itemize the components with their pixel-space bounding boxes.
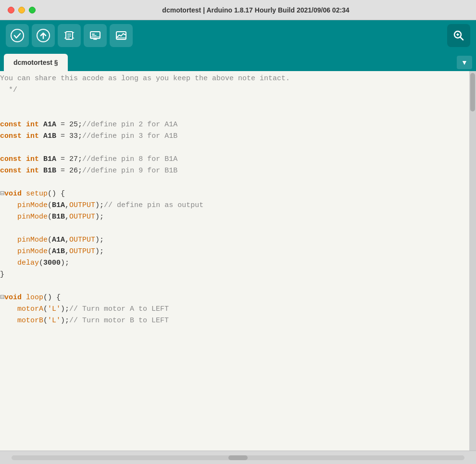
editor-area[interactable]: You can share this acode as long as you … [0, 71, 476, 451]
tab-dropdown-button[interactable]: ▼ [457, 56, 472, 69]
tab-bar: dcmotortest § ▼ [0, 51, 476, 71]
bottom-bar [0, 451, 476, 464]
tab-dcmotortest[interactable]: dcmotortest § [4, 54, 68, 71]
svg-line-18 [460, 37, 463, 40]
serial-plotter-icon [114, 29, 128, 42]
vertical-scrollbar-thumb[interactable] [470, 73, 475, 111]
verify-icon [11, 29, 24, 42]
maximize-button[interactable] [29, 7, 36, 13]
traffic-lights [8, 7, 36, 13]
svg-point-0 [11, 29, 24, 42]
debug-icon [63, 29, 76, 42]
upload-icon [37, 29, 50, 42]
horizontal-scrollbar[interactable] [12, 455, 464, 460]
search-button[interactable] [447, 24, 470, 47]
upload-button[interactable] [32, 24, 55, 47]
vertical-scrollbar[interactable] [469, 71, 476, 451]
serial-plotter-button[interactable] [110, 24, 133, 47]
debug-button[interactable] [58, 24, 81, 47]
verify-button[interactable] [6, 24, 29, 47]
title-bar: dcmotortest | Arduino 1.8.17 Hourly Buil… [0, 0, 476, 20]
horizontal-scrollbar-thumb[interactable] [228, 455, 248, 460]
window-title: dcmotortest | Arduino 1.8.17 Hourly Buil… [43, 6, 468, 14]
tab-label: dcmotortest § [13, 59, 58, 66]
serial-monitor-button[interactable] [84, 24, 107, 47]
toolbar [0, 20, 476, 51]
code-editor[interactable]: You can share this acode as long as you … [0, 71, 476, 451]
search-icon [453, 30, 464, 41]
minimize-button[interactable] [18, 7, 25, 13]
close-button[interactable] [8, 7, 14, 13]
svg-rect-11 [90, 32, 100, 38]
serial-monitor-icon [88, 29, 102, 42]
